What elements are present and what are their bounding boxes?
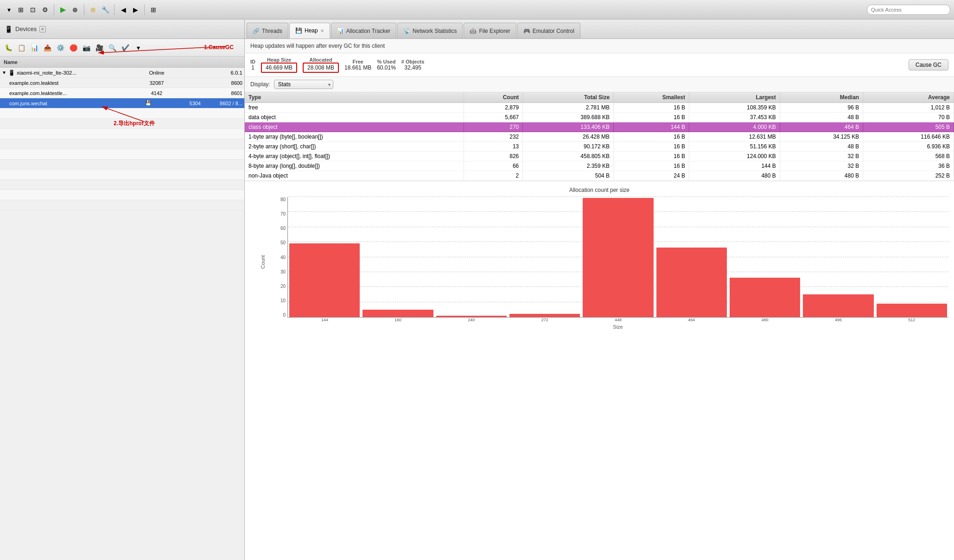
y-axis-rotate-label: Count	[260, 255, 266, 268]
device-row-main[interactable]: ▼ 📱 xiaomi-mi_note_lte-302... Online 6.0…	[0, 68, 244, 78]
bar-4	[583, 198, 653, 317]
empty-row-1	[0, 108, 244, 119]
cell-average-3: 116.646 KB	[863, 132, 954, 142]
app-row-2[interactable]: com.juns.wechat 💾 5304 8602 / 8...	[0, 98, 244, 108]
app-name-0: example.com.leaktest	[9, 80, 140, 86]
update-threads-btn[interactable]: 📋	[16, 42, 27, 53]
stat-free-value: 18.661 MB	[344, 64, 371, 71]
toolbar-run-icon[interactable]: ▶	[58, 5, 68, 15]
y-tick-70: 70	[280, 211, 286, 216]
cell-average-2: 505 B	[863, 122, 954, 132]
table-row[interactable]: 8-byte array (long[], double[]) 66 2.359…	[245, 161, 954, 171]
bar-group-8	[875, 197, 948, 317]
stats-row: ID 1 Heap Size 46.669 MB Allocated 28.00…	[245, 53, 954, 77]
toolbar-icon-1[interactable]: ▾	[4, 5, 14, 15]
cell-median-7: 480 B	[780, 171, 863, 181]
cell-largest-2: 4.000 KB	[689, 122, 780, 132]
empty-row-8	[0, 180, 244, 190]
toolbar-icon-4[interactable]: ⚙	[40, 5, 50, 15]
phone-icon: 📱	[5, 25, 13, 33]
right-panel: 🔗 Threads 💾 Heap ✕ 📊 Allocation Tracker …	[245, 19, 954, 560]
cell-type-0: free	[245, 103, 464, 113]
table-row[interactable]: data object 5,667 389.688 KB 16 B 37.453…	[245, 113, 954, 122]
table-row[interactable]: 4-byte array (object[], int[], float[]) …	[245, 152, 954, 161]
update-heap-btn[interactable]: 📊	[29, 42, 40, 53]
cell-total-4: 90.172 KB	[523, 142, 614, 152]
cell-largest-3: 12.631 MB	[689, 132, 780, 142]
cell-count-0: 2,879	[464, 103, 523, 113]
heap-tab-close[interactable]: ✕	[320, 28, 324, 33]
y-tick-10: 10	[280, 298, 286, 303]
stop-btn[interactable]: 🛑	[68, 42, 79, 53]
stat-id-value: 1	[251, 64, 254, 71]
toolbar-icon-3[interactable]: ⊡	[28, 5, 38, 15]
screenshot-btn[interactable]: 📷	[81, 42, 92, 53]
heap-content: Heap updates will happen after every GC …	[245, 39, 954, 560]
dropdown-btn[interactable]: ▾	[133, 42, 144, 53]
cell-total-1: 389.688 KB	[523, 113, 614, 122]
sep-1	[54, 4, 54, 15]
toolbar-back-icon[interactable]: ◀	[118, 5, 128, 15]
stat-pct-used: % Used 60.01%	[377, 59, 396, 71]
checkmark-btn[interactable]: ✔️	[120, 42, 131, 53]
app-row-0[interactable]: example.com.leaktest 32087 8600	[0, 78, 244, 88]
app-row-1[interactable]: example.com.leaktestle... 4142 8601	[0, 88, 244, 98]
x-labels-row: 144160240272448464480496512	[287, 318, 948, 322]
table-row[interactable]: 1-byte array (byte[], boolean[]) 232 26.…	[245, 132, 954, 142]
garbage-collect-btn[interactable]: ⚙️	[55, 42, 66, 53]
devices-panel-header: 📱 Devices ✕	[0, 19, 244, 39]
stat-num-obj-label: # Objects	[401, 59, 425, 64]
cell-type-3: 1-byte array (byte[], boolean[])	[245, 132, 464, 142]
stat-id-label: ID	[250, 59, 255, 64]
col-largest-header: Largest	[689, 92, 780, 103]
table-row[interactable]: class object 270 133.406 KB 144 B 4.000 …	[245, 122, 954, 132]
main-toolbar: ▾ ⊞ ⊡ ⚙ ▶ ⊕ ⊛ 🔧 ◀ ▶ ⊞	[0, 0, 954, 19]
tabs-bar: 🔗 Threads 💾 Heap ✕ 📊 Allocation Tracker …	[245, 19, 954, 39]
cell-largest-4: 51.156 KB	[689, 142, 780, 152]
cell-smallest-1: 16 B	[614, 113, 689, 122]
chart-bars-container: 144160240272448464480496512 Size	[287, 197, 948, 330]
heap-tab-icon: 💾	[295, 27, 302, 34]
table-row[interactable]: free 2,879 2.781 MB 16 B 108.359 KB 96 B…	[245, 103, 954, 113]
toolbar-forward-icon[interactable]: ▶	[130, 5, 140, 15]
bar-group-6	[728, 197, 801, 317]
debug-icon-btn[interactable]: 🐛	[3, 42, 14, 53]
tab-emulator-control[interactable]: 🎮 Emulator Control	[517, 23, 580, 38]
toolbar-icon-7[interactable]: 🔧	[100, 5, 110, 15]
cell-type-7: non-Java object	[245, 171, 464, 181]
quick-access-input[interactable]	[867, 5, 950, 15]
bar-1	[363, 310, 433, 317]
cell-type-6: 8-byte array (long[], double[])	[245, 161, 464, 171]
tab-network-statistics[interactable]: 📡 Network Statistics	[397, 23, 463, 38]
display-label: Display:	[250, 81, 270, 88]
toolbar-icon-8[interactable]: ⊞	[148, 5, 159, 15]
cell-count-2: 270	[464, 122, 523, 132]
app-extra-1: 8601	[201, 90, 242, 96]
col-smallest-header: Smallest	[614, 92, 689, 103]
display-select[interactable]: Stats Allocated Objects	[274, 80, 333, 89]
tab-file-explorer[interactable]: 🤖 File Explorer	[464, 23, 516, 38]
devices-close-btn[interactable]: ✕	[39, 26, 46, 32]
stat-pct-label: % Used	[377, 59, 396, 64]
video-btn[interactable]: 🎥	[94, 42, 105, 53]
bar-6	[730, 278, 800, 317]
toolbar-icon-5[interactable]: ⊕	[70, 5, 80, 15]
heap-data-table: Type Count Total Size Smallest Largest M…	[245, 92, 954, 181]
table-row[interactable]: 2-byte array (short[], char[]) 13 90.172…	[245, 142, 954, 152]
cell-total-0: 2.781 MB	[523, 103, 614, 113]
tab-allocation-tracker[interactable]: 📊 Allocation Tracker	[331, 23, 396, 38]
inspect-btn[interactable]: 🔍	[107, 42, 118, 53]
toolbar-icon-6[interactable]: ⊛	[88, 5, 98, 15]
cell-smallest-3: 16 B	[614, 132, 689, 142]
bar-8	[877, 304, 947, 317]
tab-threads[interactable]: 🔗 Threads	[247, 23, 288, 38]
dump-hprof-btn[interactable]: 📤	[42, 42, 53, 53]
info-bar: Heap updates will happen after every GC …	[245, 39, 954, 53]
toolbar-icon-2[interactable]: ⊞	[16, 5, 26, 15]
cause-gc-button[interactable]: Cause GC	[909, 59, 948, 70]
emulator-tab-icon: 🎮	[523, 28, 530, 34]
tab-heap[interactable]: 💾 Heap ✕	[289, 23, 330, 38]
empty-row-7	[0, 170, 244, 180]
table-row[interactable]: non-Java object 2 504 B 24 B 480 B 480 B…	[245, 171, 954, 181]
col-count-header: Count	[464, 92, 523, 103]
